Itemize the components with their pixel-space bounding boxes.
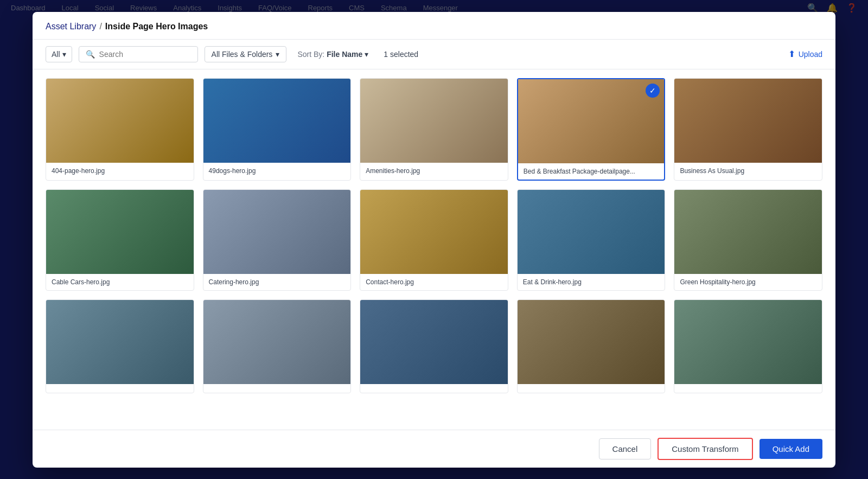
search-box: 🔍: [79, 46, 198, 62]
image-thumb-7: [203, 190, 351, 274]
filter-all-button[interactable]: All ▾: [46, 46, 72, 62]
modal-footer: Cancel Custom Transform Quick Add: [33, 430, 835, 468]
files-folders-label: All Files & Folders: [212, 50, 273, 59]
filter-chevron-icon: ▾: [62, 50, 66, 59]
image-thumb-9: [518, 190, 665, 274]
image-label-6: Cable Cars-hero.jpg: [46, 274, 194, 290]
image-label-3: Amenities-hero.jpg: [360, 163, 508, 179]
image-label-12: [203, 384, 351, 393]
sort-dropdown[interactable]: Sort By: File Name ▾: [293, 47, 373, 62]
image-card-13[interactable]: [360, 299, 508, 393]
upload-icon: ⬆: [788, 49, 795, 59]
content-area[interactable]: 404-page-hero.jpg49dogs-hero.jpgAmenitie…: [33, 69, 835, 430]
selected-count: 1 selected: [384, 50, 418, 59]
image-thumb-8: [360, 190, 508, 274]
upload-button[interactable]: ⬆ Upload: [788, 49, 822, 59]
cancel-button[interactable]: Cancel: [599, 438, 652, 459]
modal-overlay: Asset Library / Inside Page Hero Images …: [0, 0, 868, 479]
breadcrumb-current-page: Inside Page Hero Images: [105, 22, 208, 31]
toolbar: All ▾ 🔍 All Files & Folders ▾ Sort By: F…: [33, 40, 835, 69]
sort-label: Sort By:: [297, 50, 324, 59]
image-grid: 404-page-hero.jpg49dogs-hero.jpgAmenitie…: [46, 78, 822, 393]
files-folders-chevron-icon: ▾: [276, 50, 279, 59]
image-label-15: [674, 384, 822, 393]
image-thumb-10: [674, 190, 822, 274]
image-label-2: 49dogs-hero.jpg: [203, 163, 351, 179]
image-card-12[interactable]: [203, 299, 352, 393]
image-thumb-1: [46, 79, 194, 163]
image-thumb-13: [360, 300, 508, 384]
search-icon: 🔍: [86, 50, 95, 59]
filter-all-label: All: [52, 50, 60, 59]
breadcrumb-asset-library[interactable]: Asset Library: [46, 22, 96, 31]
quick-add-button[interactable]: Quick Add: [760, 439, 822, 459]
search-input[interactable]: [99, 50, 191, 59]
asset-library-modal: Asset Library / Inside Page Hero Images …: [33, 12, 835, 468]
image-thumb-14: [518, 300, 665, 384]
image-label-11: [46, 384, 194, 393]
image-label-5: Business As Usual.jpg: [674, 163, 822, 179]
image-card-9[interactable]: Eat & Drink-hero.jpg: [517, 189, 666, 291]
image-label-4: Bed & Breakfast Package-detailpage...: [518, 163, 665, 180]
image-card-14[interactable]: [517, 299, 666, 393]
custom-transform-button[interactable]: Custom Transform: [658, 438, 752, 460]
image-thumb-4: [518, 79, 665, 163]
image-label-1: 404-page-hero.jpg: [46, 163, 194, 179]
image-card-15[interactable]: [674, 299, 822, 393]
image-card-6[interactable]: Cable Cars-hero.jpg: [46, 189, 194, 291]
image-thumb-11: [46, 300, 194, 384]
image-card-11[interactable]: [46, 299, 194, 393]
image-label-8: Contact-hero.jpg: [360, 274, 508, 290]
files-folders-dropdown[interactable]: All Files & Folders ▾: [205, 46, 287, 62]
image-thumb-15: [674, 300, 822, 384]
image-thumb-12: [203, 300, 351, 384]
sort-chevron-icon: ▾: [365, 50, 368, 59]
sort-value: File Name: [327, 50, 362, 59]
image-card-5[interactable]: Business As Usual.jpg: [674, 78, 822, 181]
image-card-3[interactable]: Amenities-hero.jpg: [360, 78, 508, 181]
image-thumb-3: [360, 79, 508, 163]
image-thumb-6: [46, 190, 194, 274]
image-label-14: [518, 384, 665, 393]
image-label-10: Green Hospitality-hero.jpg: [674, 274, 822, 290]
selected-check-badge: ✓: [646, 84, 660, 98]
image-thumb-5: [674, 79, 822, 163]
modal-header: Asset Library / Inside Page Hero Images: [33, 12, 835, 40]
image-card-7[interactable]: Catering-hero.jpg: [203, 189, 352, 291]
image-card-4[interactable]: ✓Bed & Breakfast Package-detailpage...: [517, 78, 666, 181]
image-thumb-2: [203, 79, 351, 163]
image-label-9: Eat & Drink-hero.jpg: [518, 274, 665, 290]
upload-label: Upload: [799, 50, 822, 59]
image-label-13: [360, 384, 508, 393]
image-card-8[interactable]: Contact-hero.jpg: [360, 189, 508, 291]
image-card-10[interactable]: Green Hospitality-hero.jpg: [674, 189, 822, 291]
image-card-1[interactable]: 404-page-hero.jpg: [46, 78, 194, 181]
image-card-2[interactable]: 49dogs-hero.jpg: [203, 78, 352, 181]
breadcrumb-separator: /: [99, 22, 101, 31]
breadcrumb: Asset Library / Inside Page Hero Images: [46, 22, 822, 31]
image-label-7: Catering-hero.jpg: [203, 274, 351, 290]
